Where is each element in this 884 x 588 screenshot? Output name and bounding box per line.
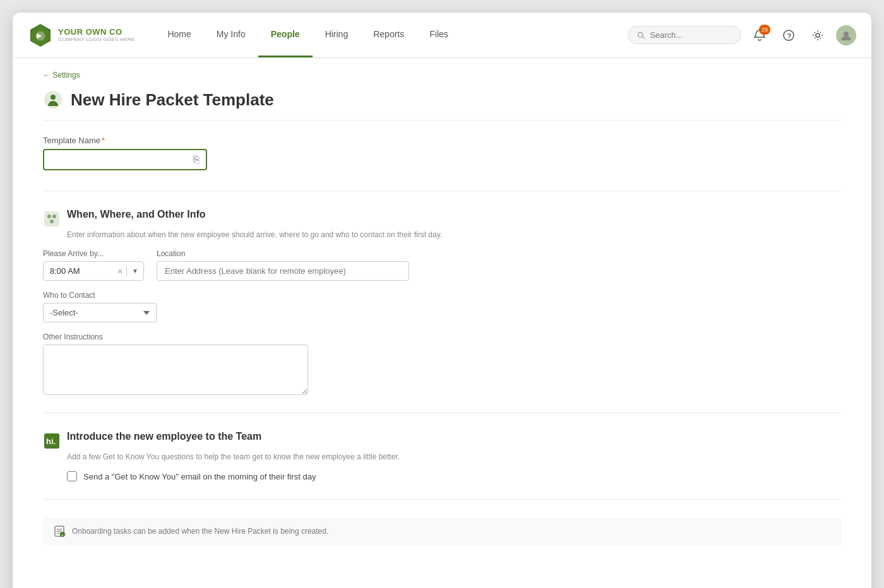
nav-people[interactable]: People <box>258 13 313 57</box>
nav-my-info[interactable]: My Info <box>204 13 258 57</box>
nav-right: 29 ? <box>628 25 856 46</box>
location-label: Location <box>157 249 409 258</box>
required-indicator: * <box>102 136 105 145</box>
svg-point-8 <box>816 33 820 37</box>
svg-point-13 <box>47 215 51 218</box>
breadcrumb[interactable]: ← Settings <box>43 71 841 79</box>
section1-title: When, Where, and Other Info <box>67 209 206 220</box>
know-you-label: Send a "Get to Know You" email on the mo… <box>83 472 316 481</box>
section2-title-wrapper: Introduce the new employee to the Team <box>67 431 261 444</box>
main-content: ← Settings New Hire Packet Template Temp… <box>13 58 871 588</box>
help-button[interactable]: ? <box>778 25 799 46</box>
svg-point-9 <box>844 32 849 37</box>
nav-hiring[interactable]: Hiring <box>313 13 361 57</box>
search-box[interactable] <box>628 26 741 44</box>
section2-title: Introduce the new employee to the Team <box>67 431 261 442</box>
notification-badge: 29 <box>759 25 770 35</box>
logo-area[interactable]: ▶ YOUR OWN CO COMPANY LOGO GOES HERE <box>28 23 134 48</box>
contact-select[interactable]: -Select- <box>43 303 157 322</box>
svg-point-11 <box>51 95 56 100</box>
company-name: YOUR OWN CO <box>58 28 134 37</box>
svg-text:▶: ▶ <box>37 32 42 39</box>
instructions-label: Other Instructions <box>43 332 841 341</box>
arrive-dropdown-arrow[interactable]: ▼ <box>127 268 143 274</box>
section2-divider-top <box>43 413 841 413</box>
svg-line-5 <box>642 37 644 38</box>
onboarding-divider <box>43 499 841 500</box>
onboarding-note: + Onboarding tasks can be added when the… <box>43 517 841 545</box>
svg-text:hi.: hi. <box>46 437 56 446</box>
onboarding-note-text: Onboarding tasks can be added when the N… <box>72 527 328 536</box>
location-input[interactable] <box>157 261 409 281</box>
search-icon <box>637 31 645 40</box>
svg-text:+: + <box>61 533 64 537</box>
contact-group: Who to Contact -Select- <box>43 291 841 322</box>
notifications-button[interactable]: 29 <box>749 25 770 46</box>
template-name-label: Template Name * <box>43 136 841 145</box>
template-name-section: Template Name * ⎘ <box>43 136 841 170</box>
help-icon: ? <box>782 29 795 42</box>
arrive-location-row: Please Arrive by... 8:00 AM × ▼ Location <box>43 249 841 281</box>
svg-point-14 <box>52 215 56 218</box>
introduce-icon: hi. <box>43 432 61 450</box>
nav-reports[interactable]: Reports <box>361 13 417 57</box>
navbar: ▶ YOUR OWN CO COMPANY LOGO GOES HERE Hom… <box>13 13 871 58</box>
section2-description: Add a few Get to Know You questions to h… <box>67 452 841 461</box>
arrive-clear-button[interactable]: × <box>114 266 127 276</box>
avatar-icon <box>840 29 852 42</box>
contact-label: Who to Contact <box>43 291 841 300</box>
know-you-checkbox-row[interactable]: Send a "Get to Know You" email on the mo… <box>67 471 841 481</box>
introduce-section: hi. Introduce the new employee to the Te… <box>43 431 841 481</box>
company-tagline: COMPANY LOGO GOES HERE <box>58 37 134 42</box>
section1-description: Enter information about when the new emp… <box>67 230 841 239</box>
page-title: New Hire Packet Template <box>71 90 274 110</box>
instructions-textarea[interactable] <box>43 344 308 395</box>
section1-title-wrapper: When, Where, and Other Info <box>67 209 206 221</box>
svg-point-4 <box>638 32 643 37</box>
nav-links: Home My Info People Hiring Reports Files <box>155 13 628 57</box>
svg-rect-12 <box>44 211 59 226</box>
page-header-icon <box>43 90 63 110</box>
template-name-field[interactable] <box>51 155 193 165</box>
instructions-group: Other Instructions <box>43 332 841 395</box>
gear-icon <box>811 29 824 42</box>
arrive-by-label: Please Arrive by... <box>43 249 144 258</box>
location-group: Location <box>157 249 409 281</box>
copy-icon[interactable]: ⎘ <box>193 154 200 165</box>
section1-header: When, Where, and Other Info <box>43 209 841 228</box>
template-name-input-wrapper[interactable]: ⎘ <box>43 149 207 170</box>
section1-divider-top <box>43 191 841 191</box>
svg-text:?: ? <box>787 32 792 39</box>
arrive-by-group: Please Arrive by... 8:00 AM × ▼ <box>43 249 144 281</box>
nav-home[interactable]: Home <box>155 13 203 57</box>
arrive-by-value: 8:00 AM <box>44 262 114 280</box>
user-avatar[interactable] <box>836 25 856 45</box>
when-where-icon <box>43 210 61 228</box>
arrive-by-select[interactable]: 8:00 AM × ▼ <box>43 261 144 281</box>
logo-icon: ▶ <box>28 23 53 48</box>
search-input[interactable] <box>650 30 732 40</box>
onboarding-note-icon: + <box>53 525 66 538</box>
svg-point-15 <box>50 220 54 223</box>
page-header: New Hire Packet Template <box>43 90 841 110</box>
settings-button[interactable] <box>807 25 828 46</box>
when-where-section: When, Where, and Other Info Enter inform… <box>43 209 841 395</box>
know-you-checkbox[interactable] <box>67 471 77 481</box>
logo-text: YOUR OWN CO COMPANY LOGO GOES HERE <box>58 28 134 42</box>
section2-header: hi. Introduce the new employee to the Te… <box>43 431 841 450</box>
header-divider <box>43 120 841 121</box>
nav-files[interactable]: Files <box>417 13 461 57</box>
